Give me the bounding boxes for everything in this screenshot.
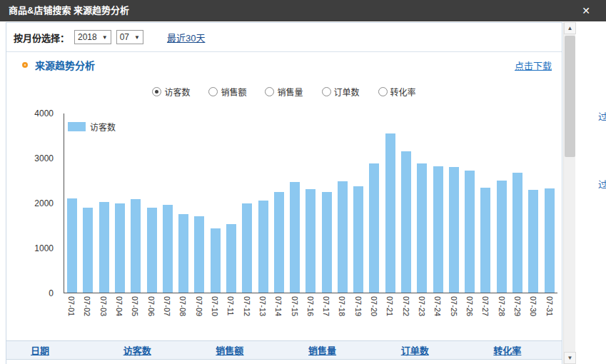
- radio-icon: [265, 87, 274, 96]
- x-axis-label: 07-28: [497, 296, 507, 329]
- table-header-row: 日期访客数销售额销售量订单数转化率: [6, 340, 562, 360]
- chevron-down-icon: ▼: [134, 34, 140, 41]
- y-tick-label: 0: [6, 288, 54, 298]
- bar-07-09: [194, 216, 204, 293]
- x-axis-label: 07-09: [194, 296, 204, 329]
- x-axis-label: 07-29: [512, 296, 522, 329]
- month-select-label: 按月份选择：: [14, 31, 69, 44]
- bar-07-18: [338, 181, 348, 293]
- bar-07-01: [67, 198, 77, 293]
- bar-07-28: [497, 181, 507, 293]
- bar-07-04: [115, 203, 125, 293]
- x-axis-label: 07-05: [130, 296, 140, 329]
- bar-07-08: [178, 214, 188, 293]
- radio-icon: [378, 87, 388, 96]
- bar-07-14: [274, 192, 284, 293]
- bar-07-23: [417, 163, 427, 293]
- bar-07-20: [369, 163, 379, 293]
- side-tab-partial-2[interactable]: 过: [598, 177, 606, 191]
- x-axis-label: 07-30: [528, 296, 538, 329]
- bar-07-21: [385, 133, 395, 293]
- bar-07-02: [83, 208, 93, 293]
- x-axis-label: 07-19: [353, 296, 363, 329]
- dialog-content: 按月份选择： 2018 ▼ 07 ▼ 最近30天 来源趋势分析 点击下载 访客数…: [6, 22, 562, 364]
- scrollbar-thumb[interactable]: [565, 36, 575, 157]
- y-tick-label: 2000: [6, 198, 54, 208]
- scroll-up-icon[interactable]: ▲: [564, 22, 576, 34]
- y-tick-label: 3000: [6, 153, 54, 163]
- metric-radio-label: 销售量: [277, 86, 303, 98]
- x-axis-label: 07-11: [226, 296, 236, 329]
- x-axis-label: 07-10: [210, 296, 220, 329]
- side-tab-partial-1[interactable]: 过: [598, 109, 606, 123]
- x-axis-label: 07-22: [401, 296, 411, 329]
- x-axis-label: 07-03: [99, 296, 108, 329]
- metric-radio-group: 访客数销售额销售量订单数转化率: [6, 84, 562, 99]
- close-icon[interactable]: ✕: [582, 0, 590, 21]
- radio-icon: [152, 87, 161, 96]
- legend-label: 访客数: [90, 121, 116, 133]
- trend-bar-chart: 01000200030004000 07-0107-0207-0307-0407…: [6, 102, 562, 332]
- bar-07-11: [226, 224, 236, 293]
- bar-07-25: [449, 167, 459, 293]
- bar-07-15: [290, 182, 300, 293]
- bar-07-10: [211, 228, 221, 293]
- x-axis-label: 07-04: [114, 296, 124, 329]
- month-select-value: 07: [120, 32, 129, 42]
- metric-radio-销售额[interactable]: 销售额: [208, 86, 246, 98]
- dialog-titlebar: 商品&店铺搜索 来源趋势分析 ✕: [0, 0, 606, 21]
- year-select[interactable]: 2018 ▼: [74, 30, 111, 44]
- trend-data-table: 日期访客数销售额销售量订单数转化率: [6, 340, 562, 364]
- x-axis-label: 07-18: [337, 296, 347, 329]
- bar-07-05: [131, 199, 141, 293]
- x-axis-label: 07-31: [545, 296, 555, 329]
- column-header-访客数[interactable]: 访客数: [99, 343, 192, 357]
- metric-radio-转化率[interactable]: 转化率: [378, 86, 416, 98]
- x-axis-label: 07-23: [417, 296, 427, 329]
- x-axis-label: 07-26: [465, 296, 475, 329]
- bar-07-07: [163, 205, 173, 293]
- chart-plot: [64, 113, 557, 293]
- radio-icon: [208, 87, 218, 96]
- x-axis-label: 07-16: [305, 296, 315, 329]
- x-axis-label: 07-13: [258, 296, 268, 329]
- x-axis-label: 07-15: [290, 296, 300, 329]
- metric-radio-label: 访客数: [164, 86, 190, 98]
- metric-radio-订单数[interactable]: 订单数: [322, 86, 360, 98]
- x-axis-label: 07-12: [242, 296, 252, 329]
- year-select-value: 2018: [78, 32, 97, 42]
- orange-bullet-icon: [22, 62, 28, 68]
- bar-07-06: [147, 208, 157, 293]
- chevron-down-icon: ▼: [102, 34, 108, 41]
- bar-07-19: [353, 186, 363, 293]
- month-filter-row: 按月份选择： 2018 ▼ 07 ▼ 最近30天: [6, 23, 562, 51]
- vertical-scrollbar[interactable]: ▲ ▼: [563, 22, 575, 364]
- radio-icon: [322, 87, 331, 96]
- metric-radio-销售量[interactable]: 销售量: [265, 86, 303, 98]
- bar-07-13: [258, 201, 268, 293]
- recent-30-days-link[interactable]: 最近30天: [167, 31, 205, 44]
- scroll-down-icon[interactable]: ▼: [564, 352, 576, 364]
- x-axis-label: 07-21: [385, 296, 395, 329]
- column-header-转化率[interactable]: 转化率: [469, 343, 562, 357]
- column-header-订单数[interactable]: 订单数: [377, 343, 470, 357]
- column-header-销售额[interactable]: 销售额: [191, 343, 284, 357]
- month-select[interactable]: 07 ▼: [116, 30, 143, 44]
- bar-07-16: [305, 189, 315, 293]
- chart-legend: 访客数: [68, 121, 116, 133]
- dialog-title: 商品&店铺搜索 来源趋势分析: [9, 5, 129, 16]
- bar-07-17: [322, 192, 332, 293]
- chart-x-labels: 07-0107-0207-0307-0407-0507-0607-0707-08…: [64, 296, 557, 329]
- y-tick-label: 1000: [6, 243, 54, 253]
- bar-07-31: [545, 188, 555, 293]
- column-header-日期[interactable]: 日期: [6, 343, 99, 357]
- section-title: 来源趋势分析: [35, 58, 95, 72]
- download-link[interactable]: 点击下载: [515, 59, 552, 72]
- metric-radio-访客数[interactable]: 访客数: [152, 86, 190, 98]
- bar-07-26: [465, 171, 475, 293]
- metric-radio-label: 销售额: [221, 86, 246, 98]
- x-axis-label: 07-08: [178, 296, 188, 329]
- x-axis-label: 07-24: [433, 296, 443, 329]
- column-header-销售量[interactable]: 销售量: [284, 343, 377, 357]
- bar-07-27: [480, 188, 490, 293]
